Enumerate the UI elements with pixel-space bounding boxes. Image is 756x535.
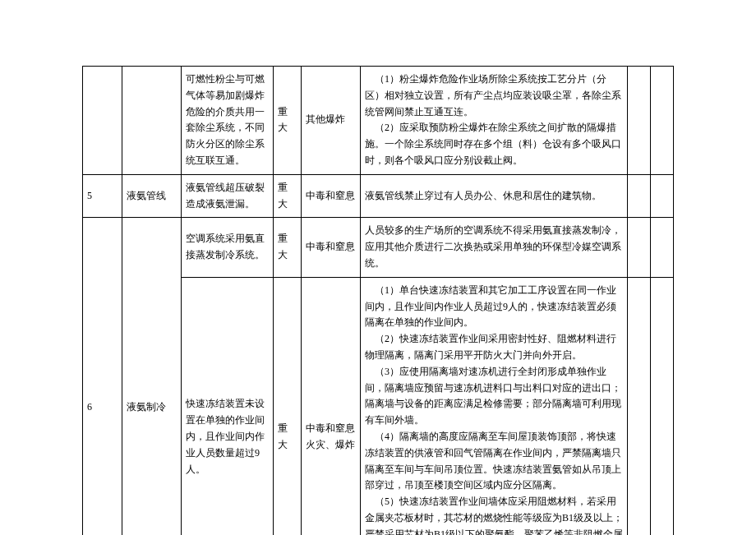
cell-measures: 人员较多的生产场所的空调系统不得采用氨直接蒸发制冷，应用其他介质进行二次换热或采… [361,218,628,277]
measure-line: （5）快速冻结装置作业间墙体应采用阻燃材料，若采用金属夹芯板材时，其芯材的燃烧性… [365,494,623,535]
cell-blank [651,174,674,218]
cell-blank [628,174,651,218]
cell-level: 重大 [274,67,302,175]
cell-level: 重大 [274,277,302,535]
measure-line: （1）单台快速冻结装置和其它加工工序设置在同一作业间内，且作业间内作业人员超过9… [365,283,623,331]
measure-line: （4）隔离墙的高度应隔离至车间屋顶装饰顶部，将快速冻结装置的供液管和回气管隔离在… [365,429,623,494]
measure-line: （2）快速冻结装置作业间采用密封性好、阻燃材料进行物理隔离，隔离门采用平开防火大… [365,331,623,364]
measure-line: （3）应使用隔离墙对速冻机进行全封闭形成单独作业间，隔离墙应预留与速冻机进料口与… [365,364,623,429]
cell-level: 重大 [274,174,302,218]
cell-num: 6 [83,218,122,535]
cell-blank [628,218,651,277]
cell-item: 液氨管线 [122,174,182,218]
hazard-table: 可燃性粉尘与可燃气体等易加剧爆炸危险的介质共用一套除尘系统，不同防火分区的除尘系… [82,66,674,535]
cell-measures: （1）粉尘爆炸危险作业场所除尘系统按工艺分片（分区）相对独立设置，所有产尘点均应… [361,67,628,175]
cell-type: 中毒和窒息 [302,174,361,218]
table-row: 6 液氨制冷 空调系统采用氨直接蒸发制冷系统。 重大 中毒和窒息 人员较多的生产… [83,218,674,277]
cell-measures: （1）单台快速冻结装置和其它加工工序设置在同一作业间内，且作业间内作业人员超过9… [361,277,628,535]
cell-blank [628,277,651,535]
cell-item: 液氨制冷 [122,218,182,535]
cell-level: 重大 [274,218,302,277]
cell-blank [651,218,674,277]
cell-item [122,67,182,175]
cell-blank [628,67,651,175]
table-row: 可燃性粉尘与可燃气体等易加剧爆炸危险的介质共用一套除尘系统，不同防火分区的除尘系… [83,67,674,175]
cell-measures: 液氨管线禁止穿过有人员办公、休息和居住的建筑物。 [361,174,628,218]
table-row: 5 液氨管线 液氨管线超压破裂造成液氨泄漏。 重大 中毒和窒息 液氨管线禁止穿过… [83,174,674,218]
measure-line: （2）应采取预防粉尘爆炸在除尘系统之间扩散的隔爆措施。一个除尘系统同时存在多个组… [365,120,623,168]
cell-desc: 快速冻结装置未设置在单独的作业间内，且作业间内作业人员数量超过9人。 [182,277,274,535]
cell-desc: 可燃性粉尘与可燃气体等易加剧爆炸危险的介质共用一套除尘系统，不同防火分区的除尘系… [182,67,274,175]
cell-type: 其他爆炸 [302,67,361,175]
cell-type: 中毒和窒息 [302,218,361,277]
cell-blank [651,277,674,535]
cell-blank [651,67,674,175]
cell-desc: 液氨管线超压破裂造成液氨泄漏。 [182,174,274,218]
cell-num [83,67,122,175]
cell-num: 5 [83,174,122,218]
measure-line: （1）粉尘爆炸危险作业场所除尘系统按工艺分片（分区）相对独立设置，所有产尘点均应… [365,71,623,120]
cell-desc: 空调系统采用氨直接蒸发制冷系统。 [182,218,274,277]
cell-type: 中毒和窒息火灾、爆炸 [302,277,361,535]
